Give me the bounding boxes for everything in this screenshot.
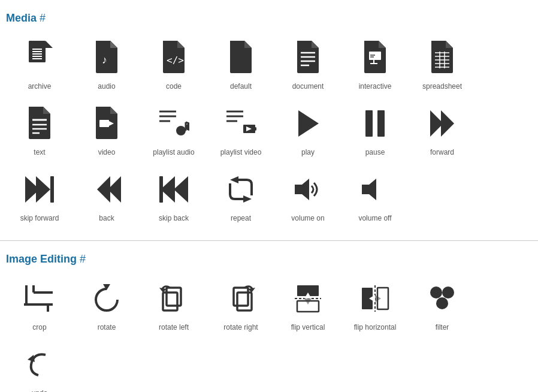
svg-point-99 <box>436 297 448 309</box>
crop-label: crop <box>32 323 46 331</box>
svg-line-47 <box>186 122 189 123</box>
icon-item-playlist-video: playlist video <box>207 102 274 156</box>
svg-rect-20 <box>369 52 381 60</box>
svg-rect-85 <box>237 293 252 310</box>
svg-rect-67 <box>159 176 163 203</box>
svg-marker-53 <box>255 127 256 131</box>
text-icon <box>22 102 58 144</box>
icon-item-playlist-audio: playlist audio <box>140 102 207 156</box>
spreadsheet-label: spreadsheet <box>422 82 462 91</box>
svg-rect-81 <box>167 288 181 306</box>
icon-item-forward: forward <box>409 102 476 156</box>
playlist-video-label: playlist video <box>220 148 262 156</box>
playlist-video-icon <box>223 102 259 144</box>
icon-item-spreadsheet: spreadsheet <box>409 37 476 91</box>
text-label: text <box>34 148 45 156</box>
icon-item-play: play <box>274 102 341 156</box>
pause-icon <box>357 102 393 144</box>
svg-marker-39 <box>110 107 117 114</box>
svg-marker-71 <box>362 179 376 200</box>
svg-marker-64 <box>97 176 110 203</box>
rotate-label: rotate <box>98 323 116 331</box>
volume-off-label: volume off <box>358 214 391 222</box>
icon-item-volume-on: volume on <box>274 168 341 222</box>
rotate-left-icon <box>156 278 192 319</box>
repeat-label: repeat <box>231 214 251 222</box>
icon-item-skip-back: skip back <box>140 168 207 222</box>
play-icon <box>290 102 326 144</box>
default-label: default <box>230 82 252 91</box>
svg-rect-40 <box>99 120 109 127</box>
image-editing-section: Image Editing # crop <box>0 241 538 392</box>
svg-rect-82 <box>163 293 177 310</box>
icon-item-pause: pause <box>341 102 409 156</box>
icon-item-audio: ♪ audio <box>73 37 140 91</box>
crop-icon <box>22 278 58 319</box>
flip-horizontal-icon <box>357 278 393 319</box>
svg-rect-84 <box>234 288 248 306</box>
undo-icon <box>22 343 58 385</box>
interactive-label: interactive <box>359 82 392 91</box>
forward-icon <box>424 102 460 144</box>
svg-point-97 <box>430 287 442 298</box>
svg-marker-65 <box>174 176 188 203</box>
code-icon: </> <box>156 37 192 79</box>
audio-icon: ♪ <box>89 37 125 79</box>
filter-icon <box>424 278 460 319</box>
icon-item-rotate-right: rotate right <box>207 278 274 331</box>
icon-item-skip-forward: skip forward <box>6 168 73 222</box>
svg-marker-70 <box>295 179 309 200</box>
icon-item-flip-horizontal: flip horizontal <box>341 278 409 331</box>
image-editing-icon-grid: crop rotate rotate left <box>6 278 532 392</box>
svg-marker-19 <box>379 41 386 48</box>
rotate-icon <box>89 278 125 319</box>
image-editing-title: Image Editing # <box>6 253 532 266</box>
svg-point-45 <box>176 126 186 135</box>
repeat-icon <box>223 168 259 210</box>
flip-vertical-icon <box>290 278 326 319</box>
svg-rect-56 <box>365 110 373 137</box>
svg-marker-55 <box>298 110 319 137</box>
video-icon <box>89 102 125 144</box>
svg-marker-13 <box>244 41 252 48</box>
svg-marker-1 <box>46 41 53 48</box>
video-label: video <box>98 148 116 156</box>
filter-label: filter <box>436 323 449 331</box>
back-label: back <box>99 214 114 222</box>
volume-on-icon <box>290 168 326 210</box>
icon-item-document: document <box>274 37 341 91</box>
code-label: code <box>166 82 182 91</box>
document-label: document <box>292 82 324 91</box>
flip-vertical-label: flip vertical <box>291 323 325 331</box>
audio-label: audio <box>98 82 115 91</box>
default-icon <box>223 37 259 79</box>
icon-item-video: video <box>73 102 140 156</box>
icon-item-volume-off: volume off <box>341 168 409 222</box>
archive-icon <box>22 37 58 79</box>
icon-item-rotate: rotate <box>73 278 140 331</box>
volume-on-label: volume on <box>291 214 324 222</box>
rotate-right-icon <box>223 278 259 319</box>
back-icon <box>89 168 125 210</box>
icon-item-text: text <box>6 102 73 156</box>
icon-item-filter: filter <box>409 278 476 331</box>
interactive-icon <box>357 37 393 79</box>
icon-item-archive: archive <box>6 37 73 91</box>
media-hash[interactable]: # <box>40 12 46 24</box>
forward-label: forward <box>430 148 454 156</box>
undo-label: undo <box>32 389 48 392</box>
volume-off-icon <box>357 168 393 210</box>
svg-marker-69 <box>230 176 238 183</box>
icon-item-repeat: repeat <box>207 168 274 222</box>
svg-point-98 <box>442 287 454 298</box>
image-editing-hash[interactable]: # <box>80 253 86 265</box>
rotate-right-label: rotate right <box>223 323 258 331</box>
icon-item-rotate-left: rotate left <box>140 278 207 331</box>
media-title: Media # <box>6 12 532 25</box>
icon-item-code: </> code <box>140 37 207 91</box>
skip-back-label: skip back <box>159 214 189 222</box>
svg-marker-68 <box>243 195 252 203</box>
media-section: Media # archive <box>0 0 538 241</box>
playlist-audio-label: playlist audio <box>153 148 194 156</box>
icon-item-crop: crop <box>6 278 73 331</box>
